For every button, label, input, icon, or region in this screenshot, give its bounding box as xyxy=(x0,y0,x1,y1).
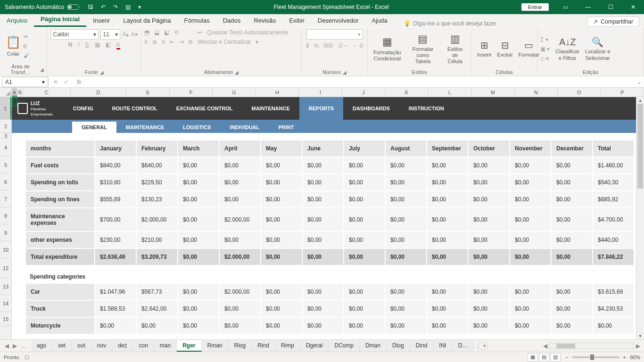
tab-desenvolvedor[interactable]: Desenvolvedor xyxy=(311,14,365,27)
cell[interactable]: $210,00 xyxy=(137,232,177,248)
cell[interactable]: $0,00 xyxy=(510,157,551,173)
cell[interactable]: $0,00 xyxy=(220,157,260,173)
cell[interactable]: $567,73 xyxy=(137,284,177,300)
row-header-3[interactable]: 3 xyxy=(0,133,11,139)
row-header-5[interactable]: 5 xyxy=(0,156,11,173)
cell[interactable]: $685,92 xyxy=(593,191,634,207)
cell[interactable]: $0,00 xyxy=(261,318,302,334)
cell[interactable]: $0,00 xyxy=(552,232,592,248)
cell[interactable]: $0,00 xyxy=(261,157,302,173)
cell[interactable]: $0,00 xyxy=(344,174,385,190)
fx-icon[interactable]: fx xyxy=(73,79,85,85)
merge-label[interactable]: Mesclar e Centralizar xyxy=(198,39,251,45)
cell[interactable]: $0,00 xyxy=(469,284,509,300)
cell[interactable]: $0,00 xyxy=(427,191,468,207)
tab-inserir[interactable]: Inserir xyxy=(86,14,116,27)
zoom-slider[interactable] xyxy=(572,356,619,358)
subtab-print[interactable]: PRINT xyxy=(269,122,303,133)
cell[interactable]: $0,00 xyxy=(552,174,592,190)
cell[interactable]: $0,00 xyxy=(344,157,385,173)
cell[interactable]: $0,00 xyxy=(552,318,592,334)
conditional-format-button[interactable]: ▦Formatação Condicional xyxy=(371,36,404,62)
cell[interactable]: $0,00 xyxy=(178,318,219,334)
cell-total[interactable]: $0,00 xyxy=(261,249,302,265)
sheet-tab-dlog[interactable]: Dlog xyxy=(387,340,410,352)
name-box[interactable]: A1▾ xyxy=(2,77,48,87)
col-header-O[interactable]: O xyxy=(558,88,601,97)
qat-more-icon[interactable]: ▾ xyxy=(138,4,141,10)
decrease-font-icon[interactable]: A▾ xyxy=(131,31,138,38)
row-header-13[interactable]: 13 xyxy=(0,278,11,295)
subtab-individual[interactable]: INDIVIDUAL xyxy=(220,122,269,133)
cell[interactable]: $0,00 xyxy=(386,284,426,300)
cell[interactable]: $0,00 xyxy=(178,174,219,190)
col-header-H[interactable]: H xyxy=(256,88,299,97)
cell[interactable]: $0,00 xyxy=(427,318,468,334)
nav-instruction[interactable]: INSTRUCTION xyxy=(399,97,454,120)
nav-config[interactable]: CONFIG xyxy=(64,97,103,120)
tab-layout-da-página[interactable]: Layout da Página xyxy=(116,14,177,27)
cell[interactable]: $0,00 xyxy=(510,301,551,317)
cell[interactable]: $0,00 xyxy=(386,191,426,207)
cell[interactable]: $0,00 xyxy=(303,301,343,317)
cell[interactable]: $0,00 xyxy=(510,191,551,207)
cell[interactable]: $0,00 xyxy=(427,284,468,300)
sheet-tab-dez[interactable]: dez xyxy=(112,340,133,352)
cell-total[interactable]: $0,00 xyxy=(552,249,592,265)
tab-dados[interactable]: Dados xyxy=(216,14,248,27)
enter-formula-icon[interactable]: ✓ xyxy=(64,79,68,85)
cell-total[interactable]: $7.846,22 xyxy=(593,249,634,265)
font-size-combo[interactable]: 11▾ xyxy=(100,29,120,40)
cell[interactable]: $0,00 xyxy=(427,157,468,173)
col-header-N[interactable]: N xyxy=(515,88,558,97)
cell-total[interactable]: $0,00 xyxy=(469,249,509,265)
col-header-L[interactable]: L xyxy=(429,88,471,97)
zoom-in-button[interactable]: + xyxy=(623,354,626,360)
subtab-general[interactable]: GENERAL xyxy=(72,122,116,133)
cell[interactable]: $0,00 xyxy=(469,301,509,317)
sheet-tab-out[interactable]: out xyxy=(72,340,91,352)
cell[interactable]: $0,00 xyxy=(427,232,468,248)
copy-icon[interactable]: ⎘ xyxy=(24,43,29,49)
cell[interactable]: $0,00 xyxy=(261,232,302,248)
scroll-thumb[interactable] xyxy=(637,104,643,189)
align-left-icon[interactable]: ≡ xyxy=(144,39,148,45)
cell[interactable]: $0,00 xyxy=(469,174,509,190)
sheet-tab-ago[interactable]: ago xyxy=(31,340,52,352)
font-color-icon[interactable]: A xyxy=(116,41,120,48)
cell[interactable]: $1.588,53 xyxy=(95,301,136,317)
cell[interactable]: $310,80 xyxy=(95,174,136,190)
undo-icon[interactable]: ↶ xyxy=(101,4,106,10)
clear-icon[interactable]: ◇ ▾ xyxy=(540,55,550,62)
hscroll-right-icon[interactable]: ▶ xyxy=(634,343,642,349)
cell[interactable]: $0,00 xyxy=(427,301,468,317)
autosum-icon[interactable]: Σ ▾ xyxy=(540,36,550,43)
wrap-text-label[interactable]: Quebrar Texto Automaticamente xyxy=(207,29,288,36)
tab-list-ellipsis[interactable]: … xyxy=(21,343,26,349)
cell[interactable]: $2.000,00 xyxy=(137,208,177,231)
touch-mode-icon[interactable]: ▤ xyxy=(125,4,131,10)
sheet-tab-d…[interactable]: D… xyxy=(453,340,474,352)
cell[interactable]: $0,00 xyxy=(510,208,551,231)
cell[interactable]: $2.642,00 xyxy=(137,301,177,317)
dialog-launcher-icon[interactable]: ◢ xyxy=(235,70,239,75)
align-center-icon[interactable]: ≣ xyxy=(152,39,157,45)
row-header-1[interactable]: 1 xyxy=(0,97,11,120)
save-icon[interactable]: 🖫 xyxy=(88,4,93,10)
cell-total[interactable]: $0,00 xyxy=(344,249,385,265)
tab-ajuda[interactable]: Ajuda xyxy=(365,14,394,27)
format-painter-icon[interactable]: 🖌 xyxy=(24,52,29,59)
row-header-6[interactable]: 6 xyxy=(0,173,11,190)
col-header-P[interactable]: P xyxy=(601,88,644,97)
tab-file[interactable]: Arquivo xyxy=(0,14,34,27)
sheet-tab-rimp[interactable]: Rimp xyxy=(275,340,300,352)
new-sheet-button[interactable]: + xyxy=(478,342,488,350)
cell[interactable]: $0,00 xyxy=(303,157,343,173)
nav-maintenance[interactable]: MAINTENANCE xyxy=(242,97,299,120)
tab-revisão[interactable]: Revisão xyxy=(247,14,282,27)
border-icon[interactable]: ▦ xyxy=(95,41,100,48)
vertical-scrollbar[interactable]: ▲ ▼ xyxy=(636,97,644,339)
cell[interactable]: $0,00 xyxy=(344,191,385,207)
cell-total[interactable]: $0,00 xyxy=(178,249,219,265)
maximize-icon[interactable]: ☐ xyxy=(600,0,621,14)
